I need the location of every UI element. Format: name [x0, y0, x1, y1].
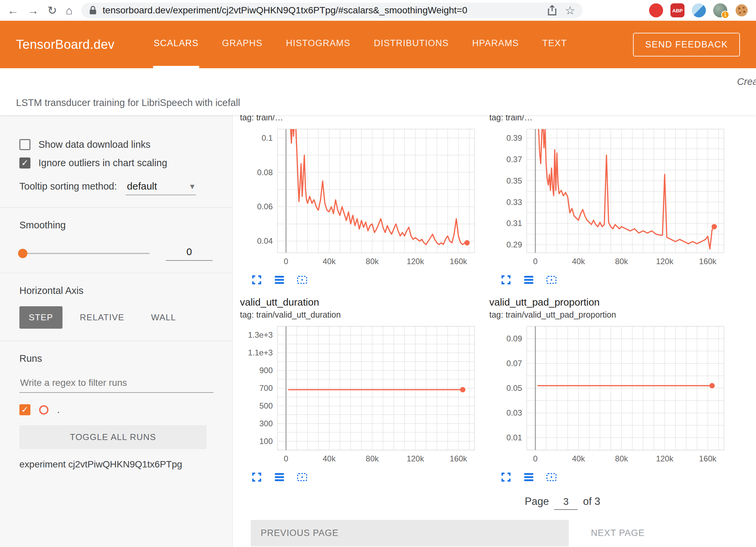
tooltip-sort-value: default	[127, 181, 157, 192]
svg-text:0.08: 0.08	[257, 168, 273, 177]
tensorboard-header: TensorBoard.dev SCALARS GRAPHS HISTOGRAM…	[0, 21, 756, 68]
cookie-extension-icon[interactable]	[735, 3, 749, 17]
lock-icon	[89, 5, 97, 15]
view-data-icon[interactable]	[273, 471, 286, 484]
main-nav: SCALARS GRAPHS HISTOGRAMS DISTRIBUTIONS …	[153, 21, 568, 68]
smoothing-slider[interactable]	[19, 253, 150, 254]
chart-tag: tag: train/valid_utt_duration	[240, 309, 484, 320]
show-download-checkbox[interactable]	[19, 139, 30, 150]
bookmark-star-icon[interactable]: ☆	[565, 5, 575, 16]
expand-chart-icon[interactable]	[250, 471, 263, 484]
tab-text[interactable]: TEXT	[542, 21, 568, 68]
view-data-icon[interactable]	[522, 471, 535, 484]
chart-card-valid-utt-duration: valid_utt_duration tag: train/valid_utt_…	[237, 296, 487, 493]
back-icon[interactable]: ←	[7, 5, 19, 16]
svg-text:40k: 40k	[572, 454, 585, 463]
runs-filter-input[interactable]	[19, 374, 214, 393]
svg-text:0.06: 0.06	[257, 202, 273, 211]
svg-text:0.1: 0.1	[262, 133, 273, 142]
svg-text:160k: 160k	[699, 454, 717, 463]
svg-text:0.31: 0.31	[506, 219, 522, 228]
send-feedback-button[interactable]: SEND FEEDBACK	[633, 33, 740, 57]
svg-text:160k: 160k	[450, 257, 468, 266]
svg-text:80k: 80k	[615, 257, 628, 266]
svg-text:0.39: 0.39	[506, 133, 522, 142]
scalar-charts-panel: tag: train/… 040k80k120k160k0.040.060.08…	[233, 115, 756, 547]
tab-graphs[interactable]: GRAPHS	[221, 21, 263, 68]
tab-hparams[interactable]: HPARAMS	[472, 21, 520, 68]
svg-text:1.1e+3: 1.1e+3	[248, 348, 273, 357]
chart-card-top-right: tag: train/… 040k80k120k160k0.290.310.33…	[487, 115, 736, 296]
extension-icon[interactable]	[692, 3, 706, 17]
svg-text:900: 900	[259, 366, 273, 375]
fit-domain-icon[interactable]	[295, 274, 309, 287]
chart-card-valid-utt-pad-proportion: valid_utt_pad_proportion tag: train/vali…	[487, 296, 736, 493]
adblock-extension-icon[interactable]	[649, 3, 663, 17]
smoothing-label: Smoothing	[19, 220, 214, 231]
svg-text:40k: 40k	[323, 257, 336, 266]
profile-avatar[interactable]: 1	[713, 3, 727, 17]
experiment-description: LSTM transducer training for LibriSpeech…	[16, 97, 240, 108]
svg-text:0: 0	[284, 257, 288, 266]
fit-domain-icon[interactable]	[545, 274, 558, 287]
expand-chart-icon[interactable]	[499, 471, 513, 484]
tooltip-sort-select[interactable]: default ▾	[126, 180, 196, 195]
svg-text:120k: 120k	[407, 257, 424, 266]
chart-tag: tag: train/…	[240, 115, 484, 123]
line-chart: 040k80k120k160k0.290.310.330.350.370.39	[489, 124, 730, 268]
view-data-icon[interactable]	[273, 274, 286, 287]
share-icon[interactable]	[547, 5, 557, 16]
toggle-all-runs-button[interactable]: TOGGLE ALL RUNS	[19, 425, 207, 449]
svg-text:160k: 160k	[450, 454, 468, 463]
axis-wall-button[interactable]: WALL	[142, 306, 185, 329]
chart-title: valid_utt_pad_proportion	[489, 296, 733, 309]
reload-icon[interactable]: ↻	[47, 5, 57, 16]
tab-histograms[interactable]: HISTOGRAMS	[285, 21, 351, 68]
line-chart: 040k80k120k160k1003005007009001.1e+31.3e…	[240, 322, 481, 465]
slider-thumb-icon[interactable]	[18, 249, 27, 258]
next-page-button[interactable]: NEXT PAGE	[588, 520, 648, 546]
horizontal-axis-label: Horizontal Axis	[19, 285, 214, 296]
expand-chart-icon[interactable]	[499, 274, 513, 287]
chart-title: valid_utt_duration	[240, 296, 484, 309]
page-number-input[interactable]	[554, 496, 578, 510]
line-chart: 040k80k120k160k0.040.060.080.1	[240, 124, 481, 268]
chart-tag: tag: train/…	[489, 115, 733, 123]
svg-text:300: 300	[259, 419, 273, 428]
tab-distributions[interactable]: DISTRIBUTIONS	[373, 21, 450, 68]
svg-text:500: 500	[259, 401, 273, 410]
svg-text:0.33: 0.33	[506, 198, 522, 207]
svg-text:0.09: 0.09	[506, 334, 522, 343]
svg-text:0.01: 0.01	[506, 433, 522, 442]
extensions-area: ABP 1	[649, 3, 749, 17]
forward-icon[interactable]: →	[27, 5, 39, 16]
run-name: .	[57, 405, 60, 415]
svg-text:0.04: 0.04	[257, 236, 273, 245]
fit-domain-icon[interactable]	[545, 471, 558, 484]
ignore-outliers-checkbox[interactable]	[19, 157, 30, 169]
tab-scalars[interactable]: SCALARS	[153, 21, 199, 68]
line-chart: 040k80k120k160k0.010.030.050.070.09	[489, 322, 730, 465]
clipped-right-text: Crea	[737, 76, 756, 87]
chart-tag: tag: train/valid_utt_pad_proportion	[489, 309, 733, 320]
expand-chart-icon[interactable]	[250, 274, 263, 287]
home-icon[interactable]: ⌂	[66, 5, 73, 16]
axis-step-button[interactable]: STEP	[19, 306, 62, 329]
previous-page-button[interactable]: PREVIOUS PAGE	[251, 520, 569, 546]
svg-text:0.05: 0.05	[506, 384, 522, 393]
address-bar[interactable]: tensorboard.dev/experiment/cj2vtPiwQHKN9…	[81, 3, 583, 18]
tensorboard-logo[interactable]: TensorBoard.dev	[16, 37, 115, 52]
notification-badge: 1	[721, 11, 729, 19]
svg-text:0: 0	[533, 257, 537, 266]
pagination: Page of 3	[525, 496, 756, 510]
axis-relative-button[interactable]: RELATIVE	[71, 306, 134, 329]
smoothing-value-input[interactable]: 0	[166, 246, 213, 261]
svg-text:40k: 40k	[323, 454, 336, 463]
fit-domain-icon[interactable]	[295, 471, 309, 484]
svg-text:40k: 40k	[572, 257, 585, 266]
svg-text:120k: 120k	[656, 454, 674, 463]
abp-extension-icon[interactable]: ABP	[670, 3, 684, 17]
run-checkbox[interactable]	[19, 404, 30, 415]
view-data-icon[interactable]	[522, 274, 535, 287]
page-label: Page	[525, 496, 549, 508]
